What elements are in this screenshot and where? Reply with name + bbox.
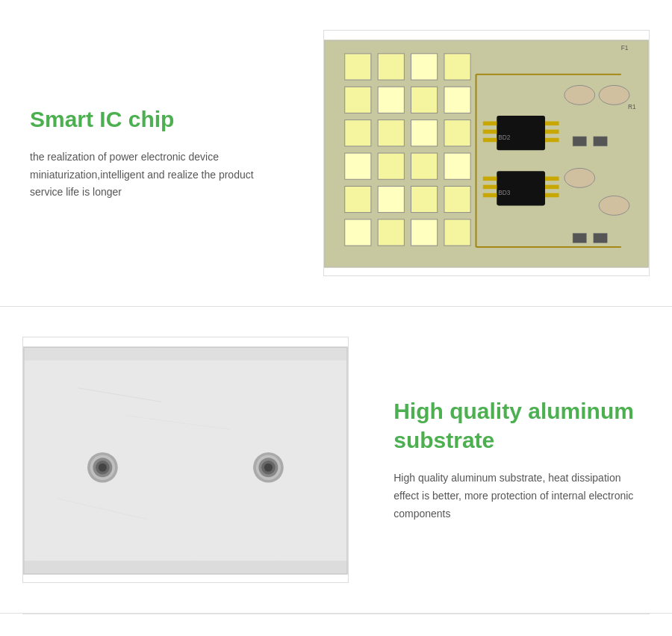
ic-chip-title: Smart IC chip xyxy=(30,105,279,134)
svg-rect-28 xyxy=(483,130,497,134)
svg-rect-37 xyxy=(545,177,559,181)
aluminum-substrate-image xyxy=(22,337,349,583)
ic-chip-text-block: Smart IC chip the realization of power e… xyxy=(22,90,286,216)
svg-rect-7 xyxy=(378,87,404,113)
svg-point-41 xyxy=(599,85,629,105)
ic-chip-image: BD2 BD3 F1 R1 xyxy=(323,30,650,276)
svg-rect-44 xyxy=(573,137,587,146)
svg-text:BD2: BD2 xyxy=(498,134,511,141)
svg-rect-30 xyxy=(545,122,559,126)
svg-text:BD3: BD3 xyxy=(498,190,511,197)
ic-chip-image-block: BD2 BD3 F1 R1 xyxy=(323,30,650,276)
bottom-divider xyxy=(22,614,650,614)
svg-rect-32 xyxy=(545,138,559,143)
svg-rect-17 xyxy=(444,153,470,179)
svg-rect-26 xyxy=(497,116,545,150)
svg-text:R1: R1 xyxy=(628,103,636,110)
svg-rect-3 xyxy=(378,54,404,80)
svg-point-71 xyxy=(264,464,273,472)
svg-point-42 xyxy=(564,168,595,187)
svg-rect-45 xyxy=(594,137,608,146)
svg-rect-19 xyxy=(378,186,404,212)
svg-rect-5 xyxy=(444,54,470,80)
svg-text:F1: F1 xyxy=(621,44,629,52)
svg-rect-33 xyxy=(497,171,545,205)
svg-rect-24 xyxy=(411,219,438,246)
aluminum-title: High quality aluminum substrate xyxy=(393,396,642,455)
ic-chip-description: the realization of power electronic devi… xyxy=(30,149,279,202)
svg-point-40 xyxy=(564,85,595,105)
svg-rect-29 xyxy=(483,138,497,143)
svg-rect-14 xyxy=(345,153,371,179)
svg-point-43 xyxy=(599,196,629,215)
svg-rect-16 xyxy=(411,153,438,179)
svg-rect-9 xyxy=(444,87,470,113)
aluminum-description: High quality aluminum substrate, heat di… xyxy=(393,470,642,523)
svg-rect-4 xyxy=(411,54,438,80)
svg-rect-13 xyxy=(444,120,470,146)
svg-rect-25 xyxy=(444,219,470,246)
svg-rect-8 xyxy=(411,87,438,113)
svg-rect-57 xyxy=(23,346,348,574)
svg-rect-1 xyxy=(345,54,371,80)
svg-rect-61 xyxy=(23,561,348,575)
svg-rect-47 xyxy=(594,233,608,243)
svg-rect-34 xyxy=(483,177,497,181)
svg-rect-22 xyxy=(345,219,371,246)
svg-rect-23 xyxy=(378,219,404,246)
svg-rect-35 xyxy=(483,185,497,190)
svg-rect-15 xyxy=(378,153,404,179)
svg-rect-38 xyxy=(545,185,559,190)
svg-rect-6 xyxy=(345,87,371,113)
svg-rect-46 xyxy=(573,233,587,243)
svg-rect-18 xyxy=(345,186,371,212)
section-aluminum-substrate: High quality aluminum substrate High qua… xyxy=(0,307,672,614)
aluminum-image-block xyxy=(22,337,349,583)
aluminum-text-block: High quality aluminum substrate High qua… xyxy=(386,381,650,537)
svg-point-66 xyxy=(99,464,107,472)
svg-rect-60 xyxy=(23,346,348,361)
svg-rect-27 xyxy=(483,122,497,126)
svg-rect-39 xyxy=(545,193,559,198)
svg-rect-21 xyxy=(444,186,470,212)
svg-rect-10 xyxy=(345,120,371,146)
svg-rect-31 xyxy=(545,130,559,134)
svg-rect-36 xyxy=(483,193,497,198)
svg-rect-20 xyxy=(411,186,438,212)
section-smart-ic-chip: Smart IC chip the realization of power e… xyxy=(0,0,672,307)
svg-rect-11 xyxy=(378,120,404,146)
svg-rect-12 xyxy=(411,120,438,146)
